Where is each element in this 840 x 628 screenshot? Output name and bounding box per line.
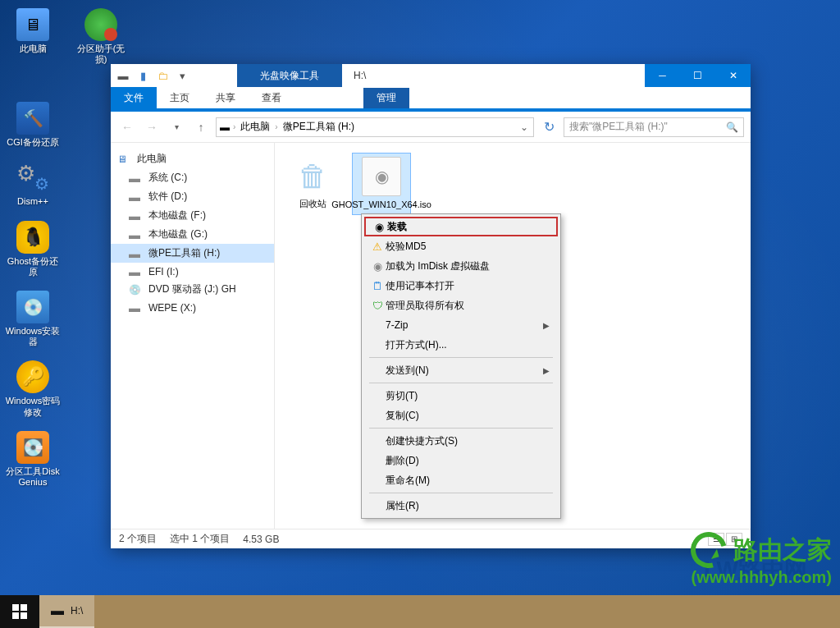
refresh-button[interactable]: ↻ [539, 117, 559, 137]
menu-verify-md5[interactable]: ⚠ 校验MD5 [364, 236, 558, 256]
tab-file[interactable]: 文件 [111, 87, 157, 108]
minimize-button[interactable]: ─ [645, 64, 680, 87]
desktop-partition-assistant[interactable]: 分区助手(无损) [66, 5, 136, 68]
menu-label: 删除(D) [386, 454, 550, 468]
desktop-ghost-backup[interactable]: Ghost备份还原 [0, 218, 66, 281]
label: Windows安装器 [3, 326, 62, 347]
tree-item-g[interactable]: 本地磁盘 (G:) [111, 225, 274, 244]
maximize-button[interactable]: ☐ [680, 64, 715, 87]
file-ghost-iso[interactable]: GHOST_WIN10_X64.iso [352, 153, 411, 215]
label: 分区助手(无损) [71, 44, 130, 65]
folder-icon[interactable]: 🗀 [155, 68, 170, 83]
menu-label: 装载 [387, 220, 548, 234]
separator [369, 383, 553, 383]
desktop-windows-password[interactable]: Windows密码修改 [0, 357, 66, 420]
chevron-icon: › [275, 122, 277, 131]
menu-label: 使用记事本打开 [386, 279, 550, 293]
breadcrumb-drive[interactable]: 微PE工具箱 (H:) [281, 120, 356, 134]
tree-item-d[interactable]: 软件 (D:) [111, 187, 274, 206]
close-button[interactable]: ✕ [715, 64, 751, 87]
brand-text: 路由之家 [733, 534, 832, 567]
tab-manage[interactable]: 管理 [363, 88, 409, 108]
taskbar-item-explorer[interactable]: ▬ H:\ [39, 595, 94, 628]
back-button[interactable]: ← [117, 117, 137, 137]
doc-icon[interactable]: ▮ [135, 68, 150, 83]
menu-label: 属性(R) [386, 499, 550, 513]
forward-button[interactable]: → [142, 117, 162, 137]
menu-rename[interactable]: 重命名(M) [364, 470, 558, 490]
tree-root-pc[interactable]: 此电脑 [111, 149, 274, 168]
menu-label: 打开方式(H)... [386, 338, 550, 352]
menu-cut[interactable]: 剪切(T) [364, 386, 558, 406]
up-button[interactable]: ↑ [191, 117, 211, 137]
menu-label: 重命名(M) [386, 474, 550, 488]
desktop-diskgenius[interactable]: 分区工具DiskGenius [0, 428, 66, 491]
desktop-cgi-backup[interactable]: CGI备份还原 [0, 99, 66, 151]
overflow-icon[interactable]: ▾ [175, 68, 189, 83]
menu-delete[interactable]: 删除(D) [364, 451, 558, 470]
menu-create-shortcut[interactable]: 创建快捷方式(S) [364, 431, 558, 451]
installer-icon [16, 291, 49, 323]
taskbar[interactable]: ▬ H:\ [0, 595, 840, 628]
pc-icon [16, 8, 49, 41]
menu-label: 加载为 ImDisk 虚拟磁盘 [386, 259, 550, 273]
menu-label: 剪切(T) [386, 389, 550, 403]
tab-home[interactable]: 主页 [157, 88, 203, 108]
tree-label: 本地磁盘 (F:) [148, 209, 206, 222]
tree-label: 此电脑 [137, 152, 167, 166]
tree-item-f[interactable]: 本地磁盘 (F:) [111, 206, 274, 225]
dropdown-icon[interactable]: ⌄ [515, 121, 533, 133]
label: Windows密码修改 [3, 396, 62, 417]
desktop-dism[interactable]: Dism++ [0, 158, 66, 210]
separator [369, 357, 553, 358]
key-icon [16, 360, 49, 393]
tree-item-x[interactable]: WEPE (X:) [111, 299, 274, 316]
brand-url: (www.hhhyh.com) [691, 568, 832, 587]
menu-7zip[interactable]: 7-Zip ▶ [364, 315, 558, 335]
breadcrumb-pc[interactable]: 此电脑 [239, 120, 272, 134]
tree-item-j[interactable]: DVD 驱动器 (J:) GH [111, 280, 274, 299]
tree-label: 软件 (D:) [148, 190, 187, 204]
menu-label: 7-Zip [386, 319, 543, 331]
menu-send-to[interactable]: 发送到(N) ▶ [364, 360, 558, 380]
partition-icon [84, 8, 117, 41]
menu-notepad[interactable]: 🗒 使用记事本打开 [364, 276, 558, 296]
menu-open-with[interactable]: 打开方式(H)... [364, 335, 558, 355]
tree-label: WEPE (X:) [148, 302, 196, 314]
blank-icon [369, 408, 386, 423]
svg-rect-3 [21, 612, 27, 619]
menu-properties[interactable]: 属性(R) [364, 496, 558, 516]
history-button[interactable]: ▾ [167, 117, 186, 137]
svg-rect-2 [12, 612, 19, 619]
pc-icon [117, 153, 132, 165]
desktop-windows-installer[interactable]: Windows安装器 [0, 287, 66, 351]
menu-copy[interactable]: 复制(C) [364, 406, 558, 425]
drive-icon [129, 228, 144, 241]
titlebar[interactable]: ▬ ▮ 🗀 ▾ 光盘映像工具 H:\ ─ ☐ ✕ [111, 64, 751, 87]
windows-icon [12, 604, 27, 619]
desktop-this-pc[interactable]: 此电脑 [0, 5, 66, 57]
tab-share[interactable]: 共享 [203, 88, 249, 108]
status-size: 4.53 GB [243, 534, 279, 545]
search-icon: 🔍 [726, 121, 738, 133]
menu-admin-ownership[interactable]: 🛡 管理员取得所有权 [364, 296, 558, 315]
nav-pane[interactable]: 此电脑 系统 (C:) 软件 (D:) 本地磁盘 (F:) 本地磁盘 (G:) … [111, 143, 275, 529]
menu-load-imdisk[interactable]: ◉ 加载为 ImDisk 虚拟磁盘 [364, 256, 558, 276]
menu-label: 校验MD5 [386, 240, 550, 254]
tree-item-c[interactable]: 系统 (C:) [111, 168, 274, 187]
start-button[interactable] [0, 595, 39, 628]
disc-icon: ◉ [371, 219, 387, 234]
menu-label: 复制(C) [386, 409, 550, 423]
chevron-icon: › [233, 122, 235, 131]
label: 分区工具DiskGenius [3, 466, 62, 488]
menu-label: 管理员取得所有权 [386, 299, 550, 313]
tab-view[interactable]: 查看 [249, 88, 294, 108]
menu-mount[interactable]: ◉ 装载 [364, 217, 558, 236]
address-box[interactable]: ▬ › 此电脑 › 微PE工具箱 (H:) ⌄ [216, 117, 534, 137]
tree-item-i[interactable]: EFI (I:) [111, 263, 274, 280]
search-input[interactable]: 搜索"微PE工具箱 (H:)" 🔍 [564, 117, 744, 137]
menu-label: 发送到(N) [386, 364, 543, 378]
tree-item-h[interactable]: 微PE工具箱 (H:) [111, 244, 274, 263]
separator [369, 428, 553, 429]
file-label: GHOST_WIN10_X64.iso [331, 199, 431, 211]
